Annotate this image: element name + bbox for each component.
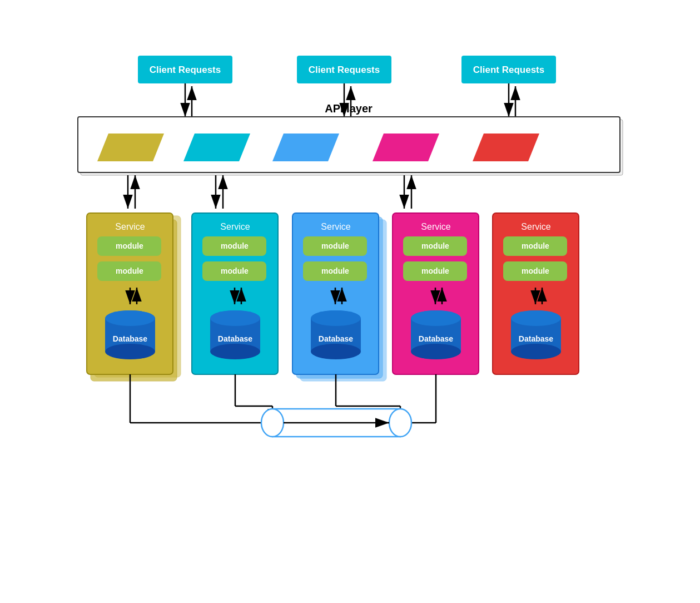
svg-point-61 [511, 310, 561, 326]
svg-text:module: module [221, 241, 249, 250]
svg-text:module: module [321, 266, 349, 275]
svg-text:module: module [421, 241, 449, 250]
svg-text:module: module [116, 241, 143, 250]
api-shape-2 [183, 134, 250, 161]
svg-point-75 [389, 409, 411, 437]
svg-text:module: module [116, 266, 143, 275]
api-shape-4 [373, 134, 439, 161]
client-request-label-3: Client Requests [473, 65, 544, 75]
svg-point-74 [261, 409, 284, 437]
svg-text:module: module [321, 241, 349, 250]
svg-point-60 [511, 344, 561, 359]
svg-point-52 [411, 310, 461, 326]
pink-service-label: Service [421, 222, 450, 231]
svg-point-22 [105, 344, 155, 359]
svg-text:module: module [522, 266, 549, 275]
svg-point-42 [311, 344, 361, 359]
svg-text:Database: Database [218, 334, 252, 343]
api-shape-3 [272, 134, 339, 161]
diagram-container: Client Requests Client Requests Client R… [0, 0, 700, 603]
yellow-service-label: Service [115, 222, 145, 231]
svg-point-43 [311, 310, 361, 326]
teal-service-label: Service [220, 222, 250, 231]
svg-point-23 [105, 310, 155, 326]
svg-text:Database: Database [113, 334, 147, 343]
blue-service-label: Service [321, 222, 350, 231]
svg-point-32 [210, 310, 260, 326]
api-shape-1 [97, 134, 164, 161]
svg-text:module: module [522, 241, 549, 250]
svg-text:Database: Database [319, 334, 353, 343]
api-shape-5 [473, 134, 539, 161]
red-service-label: Service [521, 222, 550, 231]
svg-text:module: module [421, 266, 449, 275]
svg-point-31 [210, 344, 260, 359]
svg-text:Database: Database [519, 334, 553, 343]
api-layer-label: API layer [325, 102, 373, 115]
svg-text:module: module [221, 266, 249, 275]
svg-text:Database: Database [419, 334, 453, 343]
client-request-label-1: Client Requests [150, 65, 221, 75]
client-request-label-2: Client Requests [309, 65, 380, 75]
svg-point-51 [411, 344, 461, 359]
